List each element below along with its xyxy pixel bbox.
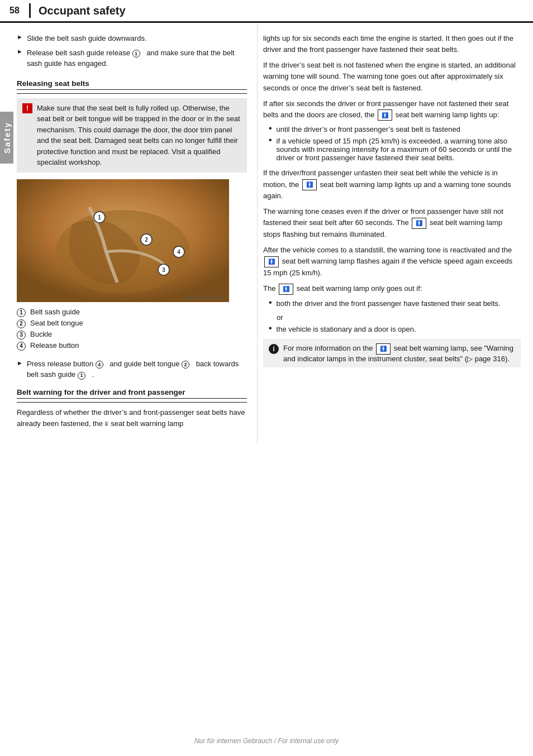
bullet-item-2: ► Release belt sash guide release 1 and … — [17, 47, 247, 69]
part-item-1: 1 Belt sash guide — [17, 308, 247, 317]
info-icon: i — [269, 344, 279, 354]
right-bullet-text-2: if a vehicle speed of 15 mph (25 km/h) i… — [277, 137, 521, 162]
dot-2: • — [269, 135, 272, 145]
seatbelt-icon-3: 🚹 — [412, 218, 426, 229]
or-separator: or — [277, 313, 521, 322]
part-item-4: 4 Release button — [17, 341, 247, 351]
warning-icon: ! — [22, 103, 32, 113]
bullet-item-1: ► Slide the belt sash guide downwards. — [17, 33, 247, 44]
heading-divider-1 — [17, 93, 247, 94]
bullet-arrow-1: ► — [17, 34, 23, 40]
releasing-heading: Releasing seat belts — [17, 79, 247, 90]
seatbelt-icon-2: 🚹 — [302, 179, 317, 190]
right-para6: After the vehicle comes to a standstill,… — [263, 245, 521, 279]
warning-box: ! Make sure that the seat belt is fully … — [17, 98, 247, 173]
right-para5: The warning tone ceases even if the driv… — [263, 206, 521, 240]
seatbelt-icon-4: 🚹 — [264, 256, 279, 267]
bullet-text-2: Release belt sash guide release 1 and ma… — [27, 47, 247, 69]
svg-text:3: 3 — [162, 267, 165, 273]
side-tab: Safety — [0, 112, 13, 164]
seatbelt-icon-6: 🚹 — [376, 343, 391, 355]
part-num-1: 1 — [17, 308, 26, 317]
left-column: ► Slide the belt sash guide downwards. ►… — [0, 23, 257, 444]
right-intro: lights up for six seconds each time the … — [263, 33, 521, 55]
part-item-2: 2 Seat belt tongue — [17, 319, 247, 328]
right-column: lights up for six seconds each time the … — [257, 23, 533, 444]
right-para2: If the driver’s seat belt is not fastene… — [263, 60, 521, 93]
right-bullet-text-1: until the driver’s or front passenger’s … — [277, 125, 460, 133]
right-bullet-list-3: • the vehicle is stationary and a door i… — [269, 325, 521, 333]
dot-4: • — [269, 323, 272, 333]
chapter-title: Occupant safety — [31, 4, 126, 17]
main-content: ► Slide the belt sash guide downwards. ►… — [0, 23, 533, 444]
right-bullet-text-4: the vehicle is stationary and a door is … — [277, 325, 416, 333]
circle-1-inline2: 1 — [78, 372, 85, 380]
part-label-4: Release button — [30, 341, 79, 350]
info-note: i For more information on the 🚹 seat bel… — [263, 339, 521, 367]
heading-divider-2 — [17, 402, 247, 403]
right-bullet-2: • if a vehicle speed of 15 mph (25 km/h)… — [269, 137, 521, 162]
page-footer: Nur für internen Gebrauch / For internal… — [0, 737, 533, 745]
circle-2-inline: 2 — [182, 361, 189, 369]
dot-1: • — [269, 123, 272, 133]
circle-4-inline: 4 — [96, 361, 103, 369]
circle-1-inline: 1 — [132, 50, 140, 58]
part-item-3: 3 Buckle — [17, 330, 247, 339]
dot-3: • — [269, 298, 272, 308]
intro-bullet-list: ► Slide the belt sash guide downwards. ►… — [17, 33, 247, 69]
right-bullet-3: • both the driver and the front passenge… — [269, 299, 521, 308]
part-label-1: Belt sash guide — [30, 308, 80, 316]
seatbelt-icon-5: 🚹 — [279, 284, 293, 295]
parts-list: 1 Belt sash guide 2 Seat belt tongue 3 B… — [17, 308, 247, 351]
page-header: 58 Occupant safety — [0, 0, 533, 23]
svg-text:2: 2 — [145, 237, 148, 243]
right-para7: The 🚹 seat belt warning lamp only goes o… — [263, 283, 521, 295]
right-bullet-list-1: • until the driver’s or front passenger’… — [269, 125, 521, 162]
right-bullet-list-2: • both the driver and the front passenge… — [269, 299, 521, 308]
bullet-text-1: Slide the belt sash guide downwards. — [27, 33, 147, 44]
warning-text: Make sure that the seat belt is fully ro… — [37, 103, 241, 168]
right-bullet-text-3: both the driver and the front passenger … — [277, 299, 501, 308]
part-num-3: 3 — [17, 331, 26, 339]
car-image-svg: 1 2 3 4 P01.60-3141-31 — [17, 179, 229, 302]
car-image: 1 2 3 4 P01.60-3141-31 — [17, 179, 229, 302]
seatbelt-icon-1: 🚹 — [378, 109, 392, 121]
page-number: 58 — [0, 3, 31, 18]
bullet-arrow-2: ► — [17, 48, 23, 55]
svg-text:4: 4 — [177, 249, 180, 255]
svg-text:1: 1 — [98, 214, 101, 221]
press-text: Press release button 4 and guide belt to… — [27, 358, 247, 380]
press-arrow: ► — [17, 360, 23, 366]
right-para3: If after six seconds the driver or front… — [263, 98, 521, 121]
right-para4: If the driver/front passenger unfasten t… — [263, 168, 521, 202]
right-bullet-1: • until the driver’s or front passenger’… — [269, 125, 521, 133]
belt-warning-heading: Belt warning for the driver and front pa… — [17, 388, 247, 399]
part-label-2: Seat belt tongue — [30, 319, 83, 327]
info-note-text: For more information on the 🚹 seat belt … — [283, 343, 515, 363]
press-instruction: ► Press release button 4 and guide belt … — [17, 358, 247, 380]
part-num-2: 2 — [17, 319, 26, 328]
right-bullet-4: • the vehicle is stationary and a door i… — [269, 325, 521, 333]
part-label-3: Buckle — [30, 330, 52, 338]
belt-warning-intro: Regardless of whether the driver’s and f… — [17, 407, 247, 429]
part-num-4: 4 — [17, 342, 26, 351]
svg-text:P01.60-3141-31: P01.60-3141-31 — [187, 295, 223, 300]
